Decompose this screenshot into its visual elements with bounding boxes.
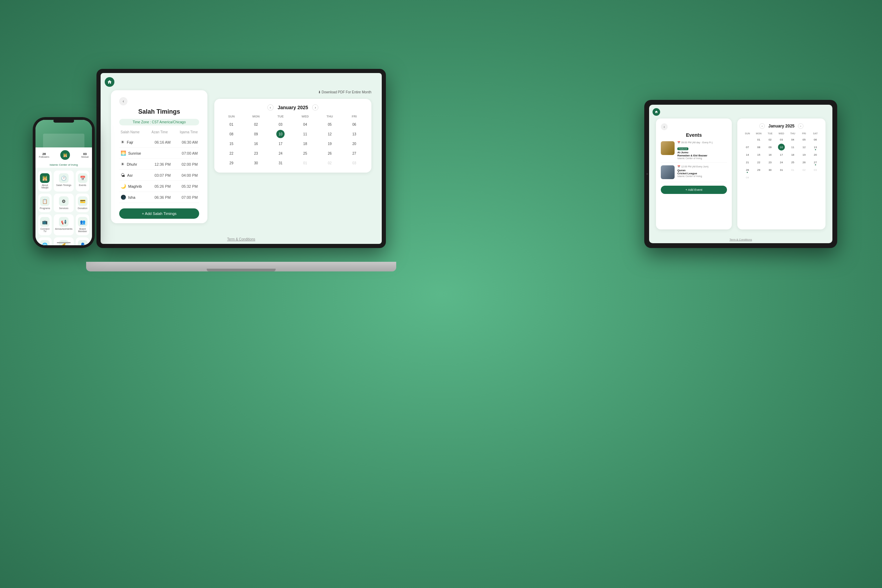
cal-day-today[interactable]: 10 [276, 130, 285, 138]
event-card-1[interactable]: 📅 09:00 PM (All day - Every Fr.) Feature… [661, 141, 727, 163]
phone-grid-connect-tv[interactable]: 📺 Connect TV [38, 214, 52, 235]
tablet-footer-link[interactable]: Term & Conditions [649, 238, 832, 241]
cal-day[interactable]: 18 [301, 140, 309, 148]
tcal-day[interactable]: 11 [789, 144, 796, 150]
cal-day-other[interactable]: 03 [350, 159, 358, 167]
cal-day[interactable]: 20 [350, 140, 358, 148]
tcal-day[interactable]: 30 [766, 166, 774, 173]
cal-day[interactable]: 05 [326, 120, 334, 129]
cal-day[interactable]: 02 [252, 120, 260, 129]
tcal-day[interactable]: 06 [812, 136, 819, 143]
add-salah-timings-button[interactable]: + Add Salah Timings [119, 208, 199, 219]
cal-day[interactable]: 24 [276, 149, 285, 158]
tablet-cal-next[interactable]: › [798, 123, 804, 129]
tcal-day[interactable]: 29 [755, 166, 762, 173]
tcal-day[interactable]: 08 [755, 144, 762, 150]
cal-day[interactable]: 13 [350, 130, 358, 138]
phone-grid-profile[interactable]: 👤 Profile [76, 237, 89, 245]
tcal-day[interactable]: 26 [801, 159, 808, 166]
phone-grid-payments[interactable]: 💰 Payments [54, 237, 74, 245]
cal-day[interactable]: 25 [301, 149, 309, 158]
cal-day[interactable]: 15 [227, 140, 236, 148]
tcal-day[interactable]: 17 [778, 151, 785, 158]
tablet-home-button[interactable] [652, 108, 660, 116]
tcal-day[interactable]: 28 [744, 166, 751, 173]
tablet-device: ‹ Events 📅 09:00 PM (All day - Every Fr.… [644, 100, 837, 248]
laptop-footer-link[interactable]: Term & Conditions [100, 237, 382, 241]
tcal-day-other[interactable] [744, 136, 751, 143]
cal-day[interactable]: 29 [227, 159, 236, 167]
phone-grid-services[interactable]: ⚙ Services [54, 194, 74, 212]
phone-grid-salah[interactable]: 🕐 Salah Timings [54, 171, 74, 192]
cal-day[interactable]: 26 [326, 149, 334, 158]
cal-day[interactable]: 19 [326, 140, 334, 148]
cal-day[interactable]: 09 [252, 130, 260, 138]
tcal-day[interactable]: 04 [789, 136, 796, 143]
cal-day[interactable]: 31 [276, 159, 285, 167]
tcal-day[interactable]: 27 [812, 159, 819, 166]
tcal-day[interactable]: 09 [766, 144, 774, 150]
cal-day[interactable]: 22 [227, 149, 236, 158]
tcal-day[interactable]: 03 [778, 136, 785, 143]
calendar-prev-button[interactable]: ‹ [267, 104, 273, 111]
tcal-day-other[interactable]: 04 [744, 174, 751, 181]
board-member-icon: 👥 [78, 217, 87, 226]
salah-back-button[interactable]: ‹ [119, 97, 128, 105]
tcal-day[interactable]: 24 [778, 159, 785, 166]
tcal-day[interactable]: 02 [766, 136, 774, 143]
tablet-cal-prev[interactable]: ‹ [759, 123, 765, 129]
tcal-day[interactable]: 01 [755, 136, 762, 143]
cal-day[interactable]: 12 [326, 130, 334, 138]
phone-grid-events[interactable]: 📅 Events [76, 171, 89, 192]
tcal-day-other[interactable]: 03 [812, 166, 819, 173]
tcal-day-other[interactable]: 01 [789, 166, 796, 173]
tcal-day[interactable]: 19 [801, 151, 808, 158]
tcal-day[interactable]: 20 [812, 151, 819, 158]
event-card-2[interactable]: 📅 12:00 PM (All Every Jum) Quran Cricket… [661, 165, 727, 182]
cal-day[interactable]: 30 [252, 159, 260, 167]
tcal-day[interactable]: 05 [801, 136, 808, 143]
download-pdf-link[interactable]: ⬇ Download PDF For Entire Month [214, 90, 371, 94]
tcal-day[interactable]: 23 [766, 159, 774, 166]
tcal-day[interactable]: 21 [744, 159, 751, 166]
phone-grid-programs[interactable]: 📋 Programs [38, 194, 52, 212]
cal-day[interactable]: 06 [350, 120, 358, 129]
tcal-day[interactable]: 15 [755, 151, 762, 158]
tcal-day[interactable]: 14 [744, 151, 751, 158]
add-event-button[interactable]: + Add Event [661, 186, 727, 194]
events-back-button[interactable]: ‹ [661, 123, 668, 130]
cal-day[interactable]: 17 [276, 140, 285, 148]
cal-day[interactable]: 11 [301, 130, 309, 138]
tcal-day[interactable]: 18 [789, 151, 796, 158]
cal-day[interactable]: 04 [301, 120, 309, 129]
tcal-day[interactable]: 13 [812, 144, 819, 150]
laptop-frame: ‹ Salah Timings Time Zone : CST America/… [96, 69, 386, 248]
tcal-day[interactable]: 25 [789, 159, 796, 166]
phone-grid-announcements[interactable]: 📢 Announcements [54, 214, 74, 235]
cal-day[interactable]: 23 [252, 149, 260, 158]
phone-grid-about[interactable]: 🕌 About Masjid [38, 171, 52, 192]
event-sub-2: Cricket League [677, 172, 727, 175]
tcal-day[interactable]: 12 [801, 144, 808, 150]
cal-day[interactable]: 01 [227, 120, 236, 129]
phone-grid-web-widgets[interactable]: 🌐 Web Widgets [38, 237, 52, 245]
phone-grid-donation[interactable]: 💳 Donation [76, 194, 89, 212]
event-image-2 [661, 165, 675, 179]
cal-day-other[interactable]: 02 [326, 159, 334, 167]
tcal-day[interactable]: 16 [766, 151, 774, 158]
cal-day[interactable]: 16 [252, 140, 260, 148]
cal-day[interactable]: 27 [350, 149, 358, 158]
cal-day-other[interactable]: 01 [301, 159, 309, 167]
cal-day[interactable]: 03 [276, 120, 285, 129]
tcal-day[interactable]: 07 [744, 144, 751, 150]
tcal-day-today[interactable]: 10 [778, 144, 785, 150]
salah-timings-panel: ‹ Salah Timings Time Zone : CST America/… [111, 90, 207, 223]
cal-day[interactable]: 08 [227, 130, 236, 138]
phone-avatar[interactable]: 🕌 [60, 150, 70, 160]
calendar-next-button[interactable]: › [312, 104, 318, 111]
tcal-day[interactable]: 22 [755, 159, 762, 166]
phone-grid-board-member[interactable]: 👥 Board Member [76, 214, 89, 235]
donation-label: Donation [78, 207, 87, 209]
tcal-day-other[interactable]: 02 [801, 166, 808, 173]
tcal-day[interactable]: 31 [778, 166, 785, 173]
